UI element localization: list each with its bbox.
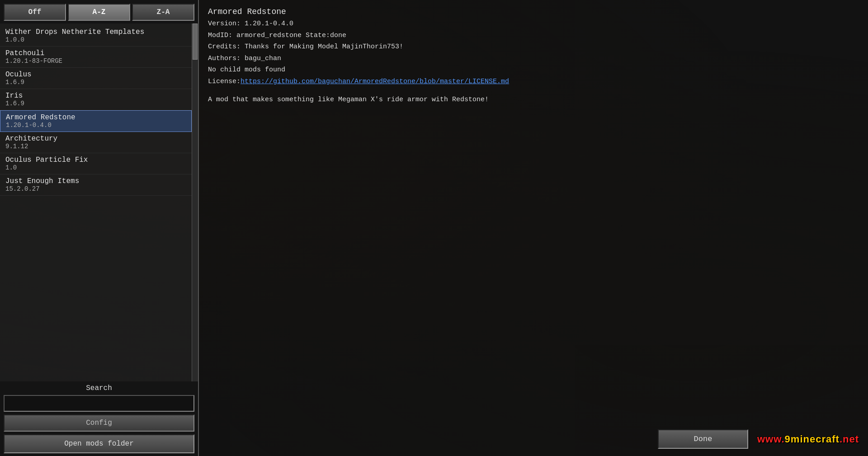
left-panel: Off A-Z Z-A Wither Drops Netherite Templ… xyxy=(0,0,199,456)
mod-name: Iris xyxy=(5,92,186,100)
mod-detail: Armored Redstone Version: 1.20.1-0.4.0 M… xyxy=(208,7,859,426)
mod-version: 1.0.0 xyxy=(5,36,186,43)
list-item[interactable]: Armored Redstone 1.20.1-0.4.0 xyxy=(0,110,192,132)
sort-za-button[interactable]: Z-A xyxy=(132,4,194,21)
main-container: Off A-Z Z-A Wither Drops Netherite Templ… xyxy=(0,0,868,456)
sort-buttons: Off A-Z Z-A xyxy=(0,0,198,24)
mod-credits-line: Credits: Thanks for Making Model MajinTh… xyxy=(208,41,859,53)
mod-name: Architectury xyxy=(5,135,186,143)
mod-no-child-line: No child mods found xyxy=(208,64,859,76)
mod-version: 1.20.1-83-FORGE xyxy=(5,57,186,65)
done-button[interactable]: Done xyxy=(658,429,748,449)
sort-az-button[interactable]: A-Z xyxy=(68,4,130,21)
list-item[interactable]: Just Enough Items 15.2.0.27 xyxy=(0,174,192,196)
mod-version: 1.6.9 xyxy=(5,79,186,86)
mod-version-line: Version: 1.20.1-0.4.0 xyxy=(208,18,859,30)
open-mods-folder-button[interactable]: Open mods folder xyxy=(4,434,194,453)
bottom-right: Done www.9minecraft.net xyxy=(208,426,859,449)
mod-modid-line: ModID: armored_redstone State:done xyxy=(208,30,859,42)
mod-name: Armored Redstone xyxy=(6,113,186,122)
mod-name: Oculus Particle Fix xyxy=(5,156,186,164)
mod-version: 1.0 xyxy=(5,164,186,171)
config-button[interactable]: Config xyxy=(4,414,194,432)
watermark: www.9minecraft.net xyxy=(757,433,859,445)
mod-name: Just Enough Items xyxy=(5,177,186,185)
search-input[interactable] xyxy=(4,395,194,412)
list-item[interactable]: Patchouli 1.20.1-83-FORGE xyxy=(0,47,192,68)
mod-list: Wither Drops Netherite Templates 1.0.0 P… xyxy=(0,24,192,381)
list-item[interactable]: Wither Drops Netherite Templates 1.0.0 xyxy=(0,25,192,47)
mod-detail-info: Version: 1.20.1-0.4.0 ModID: armored_red… xyxy=(208,18,859,87)
mod-name: Patchouli xyxy=(5,49,186,57)
mod-version: 15.2.0.27 xyxy=(5,185,186,193)
list-item[interactable]: Iris 1.6.9 xyxy=(0,89,192,110)
list-item[interactable]: Oculus Particle Fix 1.0 xyxy=(0,153,192,174)
mod-version: 1.20.1-0.4.0 xyxy=(6,122,186,129)
mod-name: Oculus xyxy=(5,71,186,79)
list-item[interactable]: Oculus 1.6.9 xyxy=(0,68,192,89)
mod-list-wrapper: Wither Drops Netherite Templates 1.0.0 P… xyxy=(0,24,198,381)
bottom-controls: Search Config Open mods folder xyxy=(0,381,198,456)
scrollbar-thumb[interactable] xyxy=(193,24,198,60)
scrollbar-track[interactable] xyxy=(192,24,198,381)
mod-authors-line: Authors: bagu_chan xyxy=(208,53,859,65)
mod-description: A mod that makes something like Megaman … xyxy=(208,94,859,105)
mod-name: Wither Drops Netherite Templates xyxy=(5,28,186,36)
mod-version: 9.1.12 xyxy=(5,143,186,150)
right-panel: Armored Redstone Version: 1.20.1-0.4.0 M… xyxy=(199,0,868,456)
mod-version: 1.6.9 xyxy=(5,100,186,107)
license-prefix: License: xyxy=(208,76,241,88)
search-label: Search xyxy=(4,384,194,392)
mod-detail-title: Armored Redstone xyxy=(208,7,859,16)
mod-license-line: License: https://github.com/baguchan/Arm… xyxy=(208,76,859,88)
license-link[interactable]: https://github.com/baguchan/ArmoredRedst… xyxy=(241,76,509,88)
list-item[interactable]: Architectury 9.1.12 xyxy=(0,132,192,153)
sort-off-button[interactable]: Off xyxy=(4,4,66,21)
